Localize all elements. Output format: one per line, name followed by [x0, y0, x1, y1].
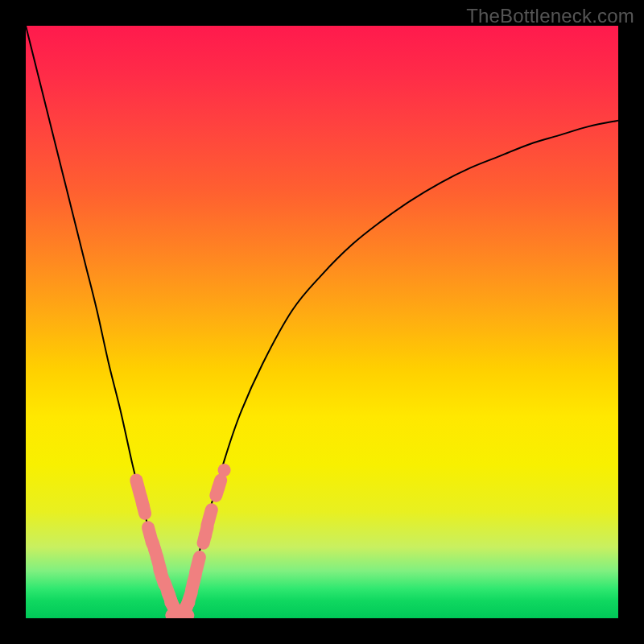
curve-layer	[26, 26, 618, 618]
marker-cluster	[136, 470, 225, 617]
marker-dot	[199, 529, 212, 542]
marker-dot	[148, 543, 161, 556]
watermark-text: TheBottleneck.com	[466, 5, 634, 27]
marker-dot	[187, 576, 200, 589]
left-branch-curve	[26, 26, 180, 618]
marker-dot	[164, 594, 177, 607]
right-branch-curve	[180, 121, 618, 618]
chart-frame: TheBottleneck.com	[0, 0, 644, 644]
marker-dot	[155, 570, 168, 583]
marker-dot	[137, 499, 150, 512]
marker-capsule	[196, 557, 200, 572]
marker-dot	[178, 603, 191, 616]
marker-dot	[212, 481, 225, 494]
plot-area	[26, 26, 618, 618]
marker-capsule	[208, 510, 212, 525]
